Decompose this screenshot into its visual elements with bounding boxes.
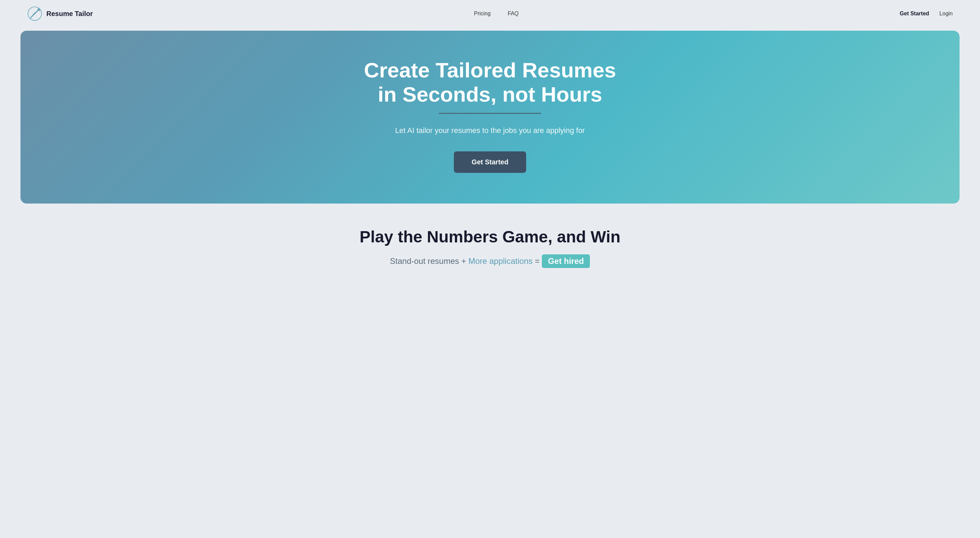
nav-center: Pricing FAQ [474, 11, 519, 17]
hero-title: Create Tailored Resumes in Seconds, not … [364, 58, 616, 107]
below-hero-title: Play the Numbers Game, and Win [27, 228, 953, 246]
nav-right: Get Started Login [900, 11, 953, 17]
subtitle-more: More applications [469, 256, 533, 266]
hero-subtitle: Let AI tailor your resumes to the jobs y… [395, 126, 585, 135]
nav-get-started[interactable]: Get Started [900, 11, 929, 17]
get-hired-badge: Get hired [542, 254, 590, 268]
below-hero-subtitle: Stand-out resumes + More applications = … [27, 254, 953, 268]
logo-area[interactable]: Resume Tailor [27, 6, 93, 21]
hero-title-underline [439, 113, 541, 114]
hero-cta-button[interactable]: Get Started [454, 151, 526, 173]
nav-faq[interactable]: FAQ [508, 11, 519, 17]
nav-pricing[interactable]: Pricing [474, 11, 491, 17]
logo-text: Resume Tailor [46, 10, 93, 18]
logo-icon [27, 6, 42, 21]
nav-login[interactable]: Login [939, 11, 953, 17]
header: Resume Tailor Pricing FAQ Get Started Lo… [0, 0, 980, 27]
hero-wrapper: Create Tailored Resumes in Seconds, not … [21, 31, 959, 204]
subtitle-equals: = [535, 256, 542, 266]
hero-section: Create Tailored Resumes in Seconds, not … [21, 31, 959, 204]
subtitle-prefix: Stand-out resumes + [390, 256, 469, 266]
below-hero-section: Play the Numbers Game, and Win Stand-out… [0, 204, 980, 282]
svg-line-1 [31, 10, 39, 18]
